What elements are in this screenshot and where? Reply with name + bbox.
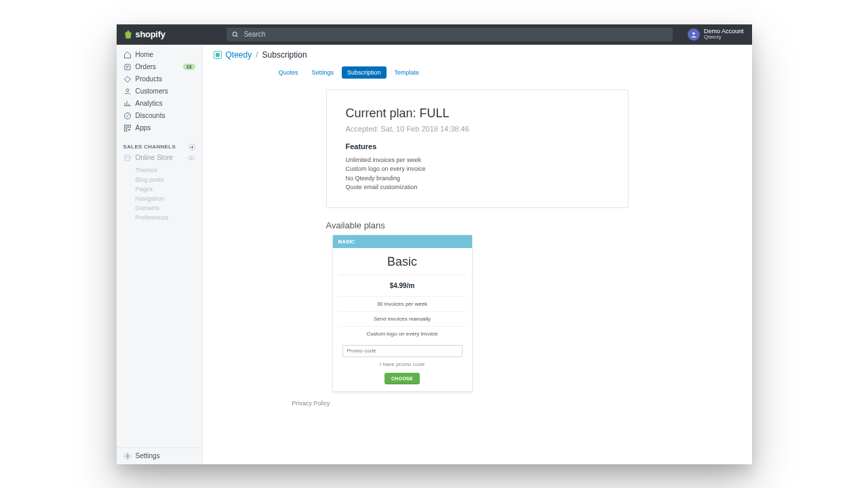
feature-item: Quote email customization xyxy=(346,183,609,192)
plan-name: Basic xyxy=(333,248,472,274)
promo-wrap xyxy=(333,341,472,359)
breadcrumb: Qteedy / Subscription xyxy=(203,45,752,64)
sidebar-item-label: Analytics xyxy=(136,100,163,107)
tabbar: Quotes Settings Subscription Template xyxy=(203,64,752,79)
discount-icon xyxy=(123,112,132,120)
search-input[interactable] xyxy=(243,28,667,41)
home-icon xyxy=(123,51,132,59)
store-icon xyxy=(123,154,132,162)
svg-point-2 xyxy=(692,32,694,34)
current-plan-card: Current plan: FULL Accepted: Sat, 10 Feb… xyxy=(326,89,629,208)
search-icon xyxy=(232,31,239,38)
promo-code-input[interactable] xyxy=(342,345,462,357)
tab-template[interactable]: Template xyxy=(389,66,425,79)
current-plan-title: Current plan: FULL xyxy=(346,106,609,121)
sidebar-item-label: Apps xyxy=(136,124,151,131)
sidebar-item-online-store[interactable]: Online Store xyxy=(117,152,202,164)
content: Current plan: FULL Accepted: Sat, 10 Feb… xyxy=(203,79,752,415)
choose-wrap: CHOOSE xyxy=(333,371,472,391)
svg-point-10 xyxy=(191,157,192,159)
tab-subscription[interactable]: Subscription xyxy=(342,66,387,79)
app-logo-icon xyxy=(214,51,222,59)
sidebar-item-label: Discounts xyxy=(136,112,165,119)
search-wrap xyxy=(172,28,679,41)
person-icon xyxy=(690,31,697,38)
svg-point-0 xyxy=(233,32,237,36)
features-list: Unlimited invoices per week Custom logo … xyxy=(346,156,609,192)
eye-icon[interactable] xyxy=(187,154,195,162)
privacy-link[interactable]: Privacy Policy xyxy=(292,400,330,407)
sidebar-item-settings[interactable]: Settings xyxy=(117,448,202,464)
sales-channels-heading: SALES CHANNELS xyxy=(117,138,202,152)
online-store-subnav: Themes Blog posts Pages Navigation Domai… xyxy=(117,164,202,222)
account-menu[interactable]: Demo Account Qteedy xyxy=(679,28,752,41)
subnav-pages[interactable]: Pages xyxy=(136,184,202,194)
feature-item: No Qteedy branding xyxy=(346,174,609,184)
person-icon xyxy=(123,87,132,96)
plan-price: $4.99/m xyxy=(333,275,472,296)
sidebar-item-label: Products xyxy=(136,75,162,83)
orders-icon xyxy=(123,63,132,71)
sidebar-item-products[interactable]: Products xyxy=(117,73,202,85)
sidebar-item-label: Customers xyxy=(136,87,168,95)
sidebar: Home Orders 13 Products Customers xyxy=(117,45,203,464)
subnav-domains[interactable]: Domains xyxy=(136,203,202,213)
feature-item: Custom logo on every invoice xyxy=(346,165,609,174)
tag-icon xyxy=(123,75,132,83)
sidebar-item-discounts[interactable]: Discounts xyxy=(117,110,202,122)
svg-point-11 xyxy=(126,455,128,457)
subnav-blog-posts[interactable]: Blog posts xyxy=(136,175,202,184)
feature-item: Unlimited invoices per week xyxy=(346,156,609,165)
sidebar-item-label: Online Store xyxy=(136,154,174,161)
topbar: shopify Demo Account Qteedy xyxy=(117,24,752,45)
svg-rect-3 xyxy=(125,64,130,70)
channels-nav: Online Store Themes Blog posts Pages Nav… xyxy=(117,152,202,222)
breadcrumb-app-link[interactable]: Qteedy xyxy=(226,50,252,60)
features-heading: Features xyxy=(346,142,609,150)
sidebar-item-apps[interactable]: Apps xyxy=(117,122,202,134)
available-plans-heading: Available plans xyxy=(326,220,629,230)
shopify-bag-icon xyxy=(123,30,133,39)
account-text: Demo Account Qteedy xyxy=(704,28,744,40)
svg-point-9 xyxy=(188,156,194,159)
main: Qteedy / Subscription Quotes Settings Su… xyxy=(203,45,752,464)
sidebar-item-customers[interactable]: Customers xyxy=(117,85,202,98)
tab-settings[interactable]: Settings xyxy=(307,66,340,79)
current-plan-accepted: Accepted: Sat, 10 Feb 2018 14:38:46 xyxy=(346,125,609,133)
search-field[interactable] xyxy=(226,28,673,41)
analytics-icon xyxy=(123,100,132,108)
plan-card-basic: BASIC Basic $4.99/m 30 invoices per week… xyxy=(332,235,473,392)
account-app: Qteedy xyxy=(704,35,744,40)
plan-feature: Send invoices manually xyxy=(338,311,467,326)
footer: Privacy Policy xyxy=(326,400,629,407)
subnav-navigation[interactable]: Navigation xyxy=(136,194,202,203)
sidebar-item-label: Orders xyxy=(136,63,157,70)
add-channel-icon[interactable] xyxy=(189,144,195,150)
sidebar-item-home[interactable]: Home xyxy=(117,49,202,61)
sales-channels-label: SALES CHANNELS xyxy=(123,144,176,150)
sidebar-item-label: Settings xyxy=(136,452,160,460)
subnav-themes[interactable]: Themes xyxy=(136,165,202,175)
tab-quotes[interactable]: Quotes xyxy=(273,66,304,79)
brand-logo: shopify xyxy=(117,29,172,39)
svg-point-4 xyxy=(126,89,129,92)
choose-button[interactable]: CHOOSE xyxy=(384,373,420,384)
promo-note[interactable]: I have promo code xyxy=(333,359,472,371)
svg-rect-8 xyxy=(124,129,127,131)
sidebar-item-analytics[interactable]: Analytics xyxy=(117,98,202,110)
svg-rect-6 xyxy=(124,125,127,127)
sidebar-item-label: Home xyxy=(136,51,154,58)
orders-badge: 13 xyxy=(183,64,195,70)
sidebar-item-orders[interactable]: Orders 13 xyxy=(117,61,202,73)
brand-text: shopify xyxy=(136,29,165,39)
svg-rect-7 xyxy=(128,125,131,127)
plan-feature: 30 invoices per week xyxy=(338,296,467,311)
sidebar-footer: Settings xyxy=(117,447,202,464)
subnav-preferences[interactable]: Preferences xyxy=(136,213,202,222)
breadcrumb-separator: / xyxy=(256,50,258,60)
breadcrumb-current: Subscription xyxy=(262,50,307,60)
app-window: shopify Demo Account Qteedy Home xyxy=(117,24,752,464)
avatar xyxy=(688,28,700,41)
plan-tag: BASIC xyxy=(333,235,472,248)
apps-icon xyxy=(123,124,132,132)
